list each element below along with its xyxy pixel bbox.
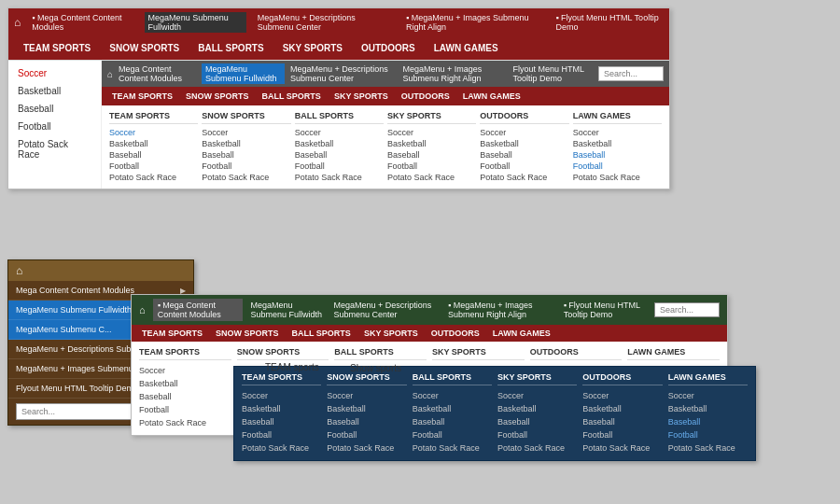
panel3-home-icon[interactable]: ⌂	[16, 264, 22, 277]
p4sub-foot-6[interactable]: Football	[668, 428, 748, 441]
p4sub-soccer-5[interactable]: Soccer	[582, 389, 662, 402]
p4sub-foot-5[interactable]: Football	[582, 428, 662, 441]
p4sub-soccer-6[interactable]: Soccer	[668, 389, 748, 402]
p4sub-bball-3[interactable]: Basketball	[413, 402, 492, 415]
p4-soccer-1[interactable]: Soccer	[139, 364, 231, 377]
mega-item-soccer-1[interactable]: Soccer	[109, 127, 198, 138]
mega-item-bball-6[interactable]: Basketball	[573, 138, 662, 149]
sidebar-potato-sack[interactable]: Potato Sack Race	[8, 135, 101, 163]
mega-item-base-6[interactable]: Baseball	[573, 149, 662, 161]
p4sub-bball-1[interactable]: Basketball	[242, 402, 321, 415]
p4-nav-sky[interactable]: SKY SPORTS	[357, 325, 425, 342]
panel4-bc-4[interactable]: ▪ MegaMenu + Images Submenu Right Align	[448, 301, 556, 319]
mega-item-bball-1[interactable]: Basketball	[109, 138, 198, 149]
p4sub-bball-6[interactable]: Basketball	[668, 402, 748, 415]
nav-ball-sports[interactable]: BALL SPORTS	[189, 36, 273, 60]
mega-item-bball-5[interactable]: Basketball	[480, 138, 568, 149]
mega-item-potato-1[interactable]: Potato Sack Race	[109, 172, 198, 183]
nav-team-sports[interactable]: TEAM SPORTS	[14, 36, 100, 60]
mega-item-potato-3[interactable]: Potato Sack Race	[295, 172, 384, 183]
p4-nav-ball[interactable]: BALL SPORTS	[286, 325, 357, 342]
p4-nav-team[interactable]: TEAM SPORTS	[135, 325, 209, 342]
sub-nav-ball[interactable]: BALL SPORTS	[256, 87, 328, 105]
p4sub-base-4[interactable]: Baseball	[497, 415, 577, 428]
p1-bc-5[interactable]: Flyout Menu HTML Tooltip Demo	[512, 64, 593, 83]
p4sub-base-1[interactable]: Baseball	[242, 415, 321, 428]
mega-item-soccer-3[interactable]: Soccer	[295, 127, 384, 138]
mega-item-foot-6[interactable]: Football	[573, 161, 662, 172]
mega-item-soccer-4[interactable]: Soccer	[387, 127, 476, 138]
mega-item-potato-6[interactable]: Potato Sack Race	[573, 172, 662, 183]
mega-item-base-5[interactable]: Baseball	[480, 149, 568, 161]
mega-item-base-4[interactable]: Baseball	[387, 149, 476, 161]
p4sub-foot-4[interactable]: Football	[497, 428, 577, 441]
p4sub-base-2[interactable]: Baseball	[327, 415, 406, 428]
sidebar-basketball[interactable]: Basketball	[8, 82, 101, 100]
mega-item-soccer-5[interactable]: Soccer	[480, 127, 568, 138]
p4sub-bball-2[interactable]: Basketball	[327, 402, 406, 415]
mega-item-potato-4[interactable]: Potato Sack Race	[387, 172, 476, 183]
p1-bc-1[interactable]: Mega Content Content Modules	[119, 64, 196, 83]
mega-item-potato-5[interactable]: Potato Sack Race	[480, 172, 568, 183]
nav-sky-sports[interactable]: SKY SPORTS	[273, 36, 352, 60]
mega-item-base-1[interactable]: Baseball	[109, 149, 198, 161]
p4sub-potato-4[interactable]: Potato Sack Race	[497, 441, 577, 455]
p4sub-foot-3[interactable]: Football	[413, 428, 492, 441]
p4sub-soccer-2[interactable]: Soccer	[327, 389, 406, 402]
sub-nav-lawn[interactable]: LAWN GAMES	[456, 87, 527, 105]
mega-item-soccer-2[interactable]: Soccer	[202, 127, 290, 138]
p4sub-potato-3[interactable]: Potato Sack Race	[413, 441, 492, 455]
p4sub-soccer-1[interactable]: Soccer	[242, 389, 321, 402]
sidebar-football[interactable]: Football	[8, 118, 101, 135]
p4-potato-1[interactable]: Potato Sack Race	[139, 416, 231, 429]
mega-item-foot-3[interactable]: Football	[295, 161, 384, 172]
p1-home-icon[interactable]: ⌂	[107, 69, 113, 79]
mega-item-soccer-6[interactable]: Soccer	[573, 127, 662, 138]
panel4-home-icon[interactable]: ⌂	[139, 304, 146, 315]
p4sub-bball-5[interactable]: Basketball	[582, 402, 662, 415]
breadcrumb-item-3[interactable]: MegaMenu + Descriptions Submenu Center	[254, 12, 395, 33]
p4sub-foot-2[interactable]: Football	[327, 428, 406, 441]
sub-nav-outdoors[interactable]: OUTDOORS	[395, 87, 456, 105]
panel1-search-input[interactable]	[598, 66, 664, 81]
p4-base-1[interactable]: Baseball	[139, 390, 231, 403]
p4sub-potato-2[interactable]: Potato Sack Race	[327, 441, 406, 455]
p4sub-base-3[interactable]: Baseball	[413, 415, 492, 428]
p4-bball-1[interactable]: Basketball	[139, 377, 231, 390]
p4sub-soccer-4[interactable]: Soccer	[497, 389, 577, 402]
sub-nav-team[interactable]: TEAM SPORTS	[105, 87, 179, 105]
mega-item-bball-4[interactable]: Basketball	[387, 138, 476, 149]
p4sub-potato-5[interactable]: Potato Sack Race	[582, 441, 662, 455]
mega-item-foot-5[interactable]: Football	[480, 161, 568, 172]
panel4-search-input[interactable]	[654, 302, 720, 317]
p4-foot-1[interactable]: Football	[139, 403, 231, 416]
p1-bc-2[interactable]: MegaMenu Submenu Fullwidth	[202, 63, 285, 84]
p1-bc-4[interactable]: MegaMenu + Images Submenu Right Align	[403, 64, 508, 83]
mega-item-bball-3[interactable]: Basketball	[295, 138, 384, 149]
p4-nav-outdoors[interactable]: OUTDOORS	[425, 325, 486, 342]
breadcrumb-item-2[interactable]: MegaMenu Submenu Fullwidth	[145, 12, 246, 33]
p4-nav-lawn[interactable]: LAWN GAMES	[486, 325, 557, 342]
p4sub-base-5[interactable]: Baseball	[582, 415, 662, 428]
panel4-bc-3[interactable]: MegaMenu + Descriptions Submenu Center	[333, 301, 441, 319]
p4sub-potato-6[interactable]: Potato Sack Race	[668, 441, 748, 455]
panel4-bc-5[interactable]: ▪ Flyout Menu HTML Tooltip Demo	[564, 301, 647, 319]
panel4-bc-1[interactable]: ▪ Mega Content Content Modules	[153, 299, 244, 321]
home-icon[interactable]: ⌂	[14, 16, 21, 29]
p4sub-base-6[interactable]: Baseball	[668, 415, 748, 428]
nav-lawn-games[interactable]: LAWN GAMES	[425, 36, 508, 60]
mega-item-foot-4[interactable]: Football	[387, 161, 476, 172]
nav-outdoors[interactable]: OUTDOORS	[352, 36, 425, 60]
breadcrumb-item-5[interactable]: ▪ Flyout Menu HTML Tooltip Demo	[552, 12, 664, 33]
sub-nav-sky[interactable]: SKY SPORTS	[328, 87, 395, 105]
breadcrumb-item-1[interactable]: ▪ Mega Content Content Modules	[28, 12, 136, 33]
sidebar-soccer[interactable]: Soccer	[8, 64, 101, 82]
p4sub-foot-1[interactable]: Football	[242, 428, 321, 441]
mega-item-foot-1[interactable]: Football	[109, 161, 198, 172]
mega-item-foot-2[interactable]: Football	[202, 161, 290, 172]
mega-item-base-3[interactable]: Baseball	[295, 149, 384, 161]
p4sub-soccer-3[interactable]: Soccer	[413, 389, 492, 402]
mega-item-potato-2[interactable]: Potato Sack Race	[202, 172, 290, 183]
breadcrumb-item-4[interactable]: ▪ MegaMenu + Images Submenu Right Align	[402, 12, 544, 33]
sub-nav-snow[interactable]: SNOW SPORTS	[179, 87, 256, 105]
